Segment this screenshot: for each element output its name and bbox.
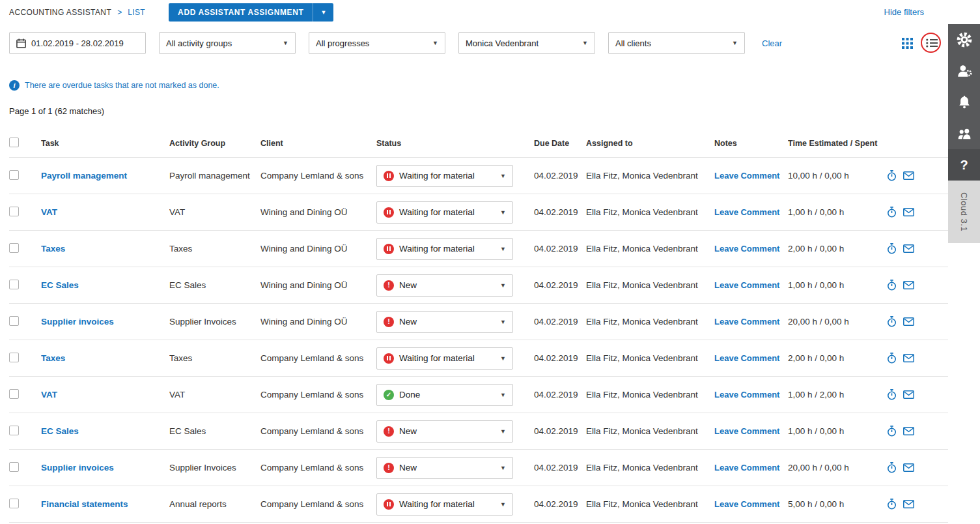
status-dropdown[interactable]: Waiting for material ▼ bbox=[376, 493, 513, 516]
leave-comment-link[interactable]: Leave Comment bbox=[714, 171, 779, 181]
mail-icon[interactable] bbox=[903, 500, 914, 508]
leave-comment-link[interactable]: Leave Comment bbox=[714, 390, 779, 400]
mail-icon[interactable] bbox=[903, 354, 914, 362]
timer-icon[interactable] bbox=[887, 316, 897, 327]
timer-icon[interactable] bbox=[887, 462, 897, 473]
timer-icon[interactable] bbox=[887, 280, 897, 291]
mail-icon[interactable] bbox=[903, 244, 914, 253]
mail-icon[interactable] bbox=[903, 281, 914, 289]
grid-view-icon[interactable] bbox=[900, 36, 914, 50]
status-dropdown[interactable]: New ▼ bbox=[376, 311, 513, 333]
assignee-filter[interactable]: Monica Vedenbrant ▼ bbox=[458, 32, 595, 54]
status-dropdown[interactable]: Waiting for material ▼ bbox=[376, 201, 513, 224]
status-icon bbox=[384, 426, 394, 437]
mail-icon[interactable] bbox=[903, 463, 914, 472]
breadcrumb-accounting-assistant[interactable]: ACCOUNTING ASSISTANT bbox=[9, 8, 111, 17]
due-date-value: 04.02.2019 bbox=[534, 390, 586, 400]
row-checkbox[interactable] bbox=[9, 462, 19, 472]
timer-icon[interactable] bbox=[887, 353, 897, 364]
leave-comment-link[interactable]: Leave Comment bbox=[714, 317, 779, 327]
mail-icon[interactable] bbox=[903, 171, 914, 180]
status-dropdown[interactable]: New ▼ bbox=[376, 457, 513, 479]
row-checkbox[interactable] bbox=[9, 499, 19, 508]
activity-group-value: Supplier Invoices bbox=[169, 317, 260, 327]
table-row: EC Sales EC Sales Company Lemland & sons… bbox=[9, 413, 948, 450]
timer-icon[interactable] bbox=[887, 243, 897, 254]
cloud-version-tab[interactable]: Cloud 3.1 bbox=[948, 181, 980, 243]
row-checkbox[interactable] bbox=[9, 316, 19, 326]
task-link[interactable]: Supplier invoices bbox=[41, 463, 114, 473]
chevron-down-icon: ▼ bbox=[500, 209, 506, 216]
client-value: Company Lemland & sons bbox=[260, 171, 376, 181]
clients-people-icon[interactable] bbox=[948, 118, 980, 149]
row-checkbox[interactable] bbox=[9, 243, 19, 253]
task-link[interactable]: EC Sales bbox=[41, 280, 79, 290]
timer-icon[interactable] bbox=[887, 389, 897, 400]
table-row: Taxes Taxes Company Lemland & sons Waiti… bbox=[9, 340, 948, 377]
breadcrumb: ACCOUNTING ASSISTANT > LIST bbox=[9, 8, 145, 17]
status-dropdown[interactable]: New ▼ bbox=[376, 274, 513, 297]
timer-icon[interactable] bbox=[887, 207, 897, 218]
clear-filters-link[interactable]: Clear bbox=[762, 38, 782, 48]
status-dropdown[interactable]: Waiting for material ▼ bbox=[376, 165, 513, 187]
row-checkbox[interactable] bbox=[9, 207, 19, 216]
row-checkbox[interactable] bbox=[9, 353, 19, 362]
task-table-body: Payroll management Payroll management Co… bbox=[9, 158, 948, 523]
hide-filters-link[interactable]: Hide filters bbox=[884, 7, 924, 17]
task-link[interactable]: Taxes bbox=[41, 353, 65, 363]
mail-icon[interactable] bbox=[903, 427, 914, 435]
progress-filter[interactable]: All progresses ▼ bbox=[309, 32, 445, 54]
task-link[interactable]: EC Sales bbox=[41, 426, 79, 436]
select-all-checkbox[interactable] bbox=[9, 138, 19, 147]
mail-icon[interactable] bbox=[903, 317, 914, 326]
status-dropdown[interactable]: New ▼ bbox=[376, 420, 513, 443]
help-question-icon[interactable]: ? bbox=[948, 149, 980, 181]
leave-comment-link[interactable]: Leave Comment bbox=[714, 244, 779, 254]
pagination-info: Page 1 of 1 (62 matches) bbox=[0, 106, 980, 116]
leave-comment-link[interactable]: Leave Comment bbox=[714, 463, 779, 473]
row-checkbox[interactable] bbox=[9, 280, 19, 289]
status-icon bbox=[384, 499, 394, 510]
breadcrumb-list[interactable]: LIST bbox=[128, 8, 145, 17]
task-link[interactable]: Financial statements bbox=[41, 499, 128, 509]
client-filter-value: All clients bbox=[615, 38, 651, 48]
leave-comment-link[interactable]: Leave Comment bbox=[714, 353, 779, 363]
overdue-notice: i There are overdue tasks that are not m… bbox=[0, 80, 980, 91]
due-date-value: 04.02.2019 bbox=[534, 244, 586, 254]
status-dropdown[interactable]: Waiting for material ▼ bbox=[376, 238, 513, 260]
settings-gear-icon[interactable] bbox=[948, 24, 980, 55]
client-filter[interactable]: All clients ▼ bbox=[608, 32, 745, 54]
add-assignment-dropdown-caret-icon[interactable]: ▼ bbox=[313, 3, 333, 22]
task-link[interactable]: VAT bbox=[41, 207, 57, 217]
status-dropdown[interactable]: Done ▼ bbox=[376, 384, 513, 406]
client-value: Wining and Dining OÜ bbox=[260, 244, 376, 254]
assigned-to-value: Ella Fitz, Monica Vedenbrant bbox=[586, 499, 714, 509]
row-checkbox[interactable] bbox=[9, 426, 19, 435]
timer-icon[interactable] bbox=[887, 499, 897, 510]
row-checkbox[interactable] bbox=[9, 389, 19, 399]
list-view-icon[interactable] bbox=[925, 36, 939, 50]
status-dropdown[interactable]: Waiting for material ▼ bbox=[376, 347, 513, 370]
task-link[interactable]: Supplier invoices bbox=[41, 317, 114, 327]
leave-comment-link[interactable]: Leave Comment bbox=[714, 426, 779, 436]
user-settings-icon[interactable] bbox=[948, 55, 980, 87]
task-link[interactable]: Payroll management bbox=[41, 171, 127, 181]
date-range-value: 01.02.2019 - 28.02.2019 bbox=[31, 38, 124, 48]
chevron-down-icon: ▼ bbox=[432, 40, 438, 46]
time-estimated-spent-value: 5,00 h / 0,00 h bbox=[788, 499, 887, 509]
leave-comment-link[interactable]: Leave Comment bbox=[714, 499, 779, 509]
timer-icon[interactable] bbox=[887, 170, 897, 181]
timer-icon[interactable] bbox=[887, 426, 897, 437]
table-row: Supplier invoices Supplier Invoices Wini… bbox=[9, 304, 948, 340]
row-checkbox[interactable] bbox=[9, 170, 19, 180]
task-link[interactable]: Taxes bbox=[41, 244, 65, 254]
mail-icon[interactable] bbox=[903, 208, 914, 216]
leave-comment-link[interactable]: Leave Comment bbox=[714, 280, 779, 290]
mail-icon[interactable] bbox=[903, 390, 914, 399]
date-range-input[interactable]: 01.02.2019 - 28.02.2019 bbox=[9, 32, 146, 54]
leave-comment-link[interactable]: Leave Comment bbox=[714, 207, 779, 217]
task-link[interactable]: VAT bbox=[41, 390, 57, 400]
add-assistant-assignment-button[interactable]: ADD ASSISTANT ASSIGNMENT ▼ bbox=[169, 3, 333, 22]
notifications-bell-icon[interactable] bbox=[948, 87, 980, 118]
activity-group-filter[interactable]: All activity groups ▼ bbox=[159, 32, 296, 54]
